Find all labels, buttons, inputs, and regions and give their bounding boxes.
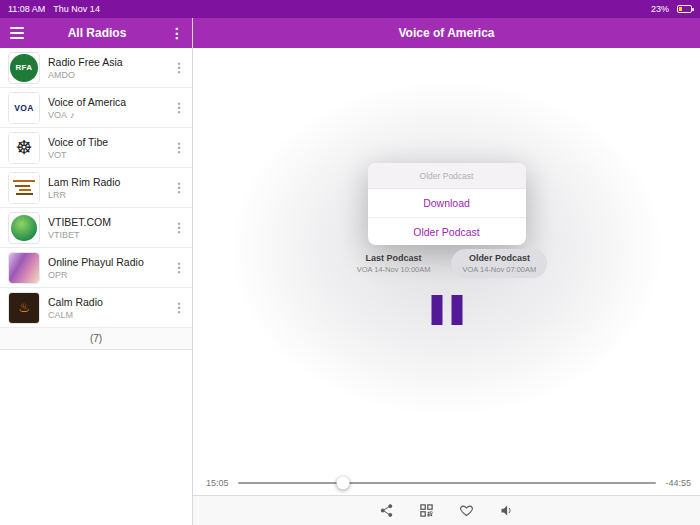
status-date: Thu Nov 14 [53,4,100,14]
station-logo-frame [8,172,40,204]
bottom-toolbar [193,495,700,525]
station-name: Voice of Tibe [48,136,164,148]
progress-row: 15:05 -44:55 [193,471,700,495]
last-podcast-button[interactable]: Last Podcast VOA 14-Nov 10:00AM [346,249,442,278]
station-name: VTIBET.COM [48,216,164,228]
now-playing-icon: ♪ [70,110,75,120]
station-logo: ♨ [9,293,39,323]
station-code-text: VOA [48,110,67,120]
station-overflow-icon[interactable]: ⋮ [172,180,186,195]
station-logo-frame [8,252,40,284]
podcast-popup: Older Podcast Download Older Podcast [368,163,526,245]
player-stage: Older Podcast Download Older Podcast Las… [193,48,700,471]
station-overflow-icon[interactable]: ⋮ [172,60,186,75]
station-code-text: OPR [48,270,68,280]
station-row[interactable]: VTIBET.COM VTIBET ♪ ⋮ [0,208,192,248]
status-bar: 11:08 AM Thu Nov 14 23% [0,0,700,18]
remaining-time: -44:55 [665,478,691,488]
station-logo [9,173,39,203]
battery-icon [677,5,692,13]
station-code-text: VTIBET [48,230,80,240]
popup-title: Older Podcast [368,163,526,189]
station-name: Voice of America [48,96,164,108]
elapsed-time: 15:05 [206,478,229,488]
volume-icon[interactable] [498,502,516,520]
station-logo: RFA [10,54,38,82]
sidebar-title: All Radios [24,26,170,40]
station-code-text: VOT [48,150,67,160]
status-time: 11:08 AM [8,4,45,14]
station-overflow-icon[interactable]: ⋮ [172,140,186,155]
station-logo: VOA [9,93,39,123]
station-overflow-icon[interactable]: ⋮ [172,300,186,315]
station-row[interactable]: ☸ Voice of Tibe VOT ♪ ⋮ [0,128,192,168]
podcast-buttons: Last Podcast VOA 14-Nov 10:00AM Older Po… [346,249,548,278]
station-row[interactable]: RFA Radio Free Asia AMDO ♪ ⋮ [0,48,192,88]
progress-track[interactable] [238,482,657,484]
station-logo: ☸ [9,133,39,163]
station-list: RFA Radio Free Asia AMDO ♪ ⋮ VOA Voice o… [0,48,192,328]
station-overflow-icon[interactable]: ⋮ [172,100,186,115]
favorite-icon[interactable] [458,502,476,520]
sidebar-overflow-icon[interactable]: ⋮ [170,25,182,41]
popup-option-download[interactable]: Download [368,189,526,217]
station-name: Calm Radio [48,296,164,308]
pause-button[interactable] [429,293,464,327]
progress-thumb[interactable] [337,477,350,490]
station-row[interactable]: VOA Voice of America VOA ♪ ⋮ [0,88,192,128]
main-panel: Voice of America Older Podcast Download … [193,18,700,525]
station-name: Online Phayul Radio [48,256,164,268]
station-code-text: CALM [48,310,73,320]
station-logo-frame: VOA [8,92,40,124]
older-podcast-button[interactable]: Older Podcast VOA 14-Nov 07:00AM [452,249,548,278]
station-count: (7) [0,328,192,350]
now-playing-title: Voice of America [398,26,494,40]
station-logo-frame: ♨ [8,292,40,324]
station-name: Lam Rim Radio [48,176,164,188]
station-code-text: LRR [48,190,66,200]
app-window: 11:08 AM Thu Nov 14 23% All Radios ⋮ RFA… [0,0,700,525]
station-logo [11,215,37,241]
station-logo-frame: RFA [8,52,40,84]
station-name: Radio Free Asia [48,56,164,68]
sidebar-header: All Radios ⋮ [0,18,192,48]
popup-option-older-podcast[interactable]: Older Podcast [368,217,526,245]
station-logo-frame [8,212,40,244]
station-overflow-icon[interactable]: ⋮ [172,220,186,235]
station-overflow-icon[interactable]: ⋮ [172,260,186,275]
station-row[interactable]: Lam Rim Radio LRR ♪ ⋮ [0,168,192,208]
backdrop-glow [227,78,667,418]
station-logo [9,253,39,283]
sidebar: All Radios ⋮ RFA Radio Free Asia AMDO ♪ … [0,18,193,525]
share-icon[interactable] [378,502,396,520]
station-row[interactable]: ♨ Calm Radio CALM ♪ ⋮ [0,288,192,328]
station-row[interactable]: Online Phayul Radio OPR ♪ ⋮ [0,248,192,288]
main-header: Voice of America [193,18,700,48]
qr-code-icon[interactable] [418,502,436,520]
battery-percent: 23% [651,4,669,14]
menu-icon[interactable] [10,27,24,39]
station-code-text: AMDO [48,70,75,80]
station-logo-frame: ☸ [8,132,40,164]
